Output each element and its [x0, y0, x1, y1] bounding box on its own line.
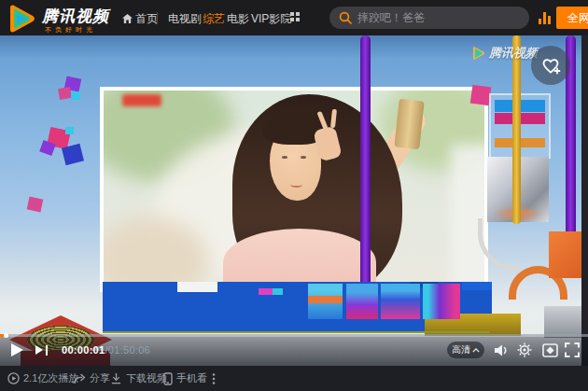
share-button[interactable]: 分享 [73, 366, 110, 391]
decor-cube [423, 284, 460, 319]
quality-label: 高清 [452, 343, 470, 356]
decor-red-streak [122, 94, 161, 106]
mouth [290, 182, 302, 188]
decor-cube [308, 284, 343, 319]
trending-icon[interactable] [539, 12, 553, 24]
eye [301, 156, 306, 159]
decor-grass-line [103, 331, 490, 333]
eye [282, 156, 287, 159]
page-right-gutter [581, 35, 588, 366]
settings-button[interactable] [516, 342, 533, 358]
mobile-icon [163, 372, 173, 385]
ad-video-frame [100, 87, 488, 292]
next-icon-bar [46, 345, 49, 356]
decor-pixel [273, 288, 283, 295]
fullscreen-icon [565, 342, 580, 357]
nav-item-variety[interactable]: 综艺 [203, 11, 225, 27]
bottom-action-bar: 2.1亿次播放 分享 下载视频 手机看 [0, 366, 588, 391]
nav-item-tv[interactable]: 电视剧 [168, 11, 202, 27]
decor-cube [58, 87, 72, 100]
decor-notch [177, 282, 217, 292]
top-navbar: 腾讯视频 不负好时光 首页 电视剧 综艺 电影 VIP影院 全网搜 [0, 0, 588, 35]
play-count-icon [7, 372, 20, 384]
quality-selector[interactable]: 高清 [447, 342, 484, 358]
tencent-video-page: 腾讯视频 不负好时光 首页 电视剧 综艺 电影 VIP影院 全网搜 [0, 0, 588, 391]
nav-separator [157, 12, 158, 23]
selfie-phone [394, 99, 424, 150]
logo-tagline: 不负好时光 [45, 25, 96, 35]
current-time: 00:00:01 [62, 344, 105, 356]
more-apps-grid-icon[interactable] [290, 12, 301, 22]
decor-cube [65, 127, 74, 134]
search-box [329, 7, 529, 29]
share-icon [73, 372, 86, 384]
nav-home[interactable]: 首页 [122, 11, 158, 27]
settings-gear-icon [517, 342, 532, 357]
next-episode-button[interactable] [35, 345, 48, 356]
web-fullscreen-button[interactable] [541, 342, 558, 358]
play-button[interactable] [11, 343, 23, 356]
progress-bar[interactable] [0, 334, 588, 337]
decor-cube [381, 284, 420, 319]
home-icon [122, 14, 133, 23]
search-input[interactable] [357, 7, 524, 29]
decor-cube [27, 197, 44, 213]
search-button[interactable]: 全网搜 [556, 7, 588, 29]
more-options-icon [212, 372, 216, 385]
volume-button[interactable] [492, 342, 509, 358]
decor-stripe [308, 296, 343, 303]
nav-item-movie[interactable]: 电影 [227, 11, 249, 27]
decor-cube [71, 91, 80, 100]
nav-item-vip[interactable]: VIP影院 [251, 11, 291, 27]
favorite-heart-icon [539, 55, 562, 76]
decor-pole [512, 35, 521, 224]
search-icon [339, 11, 352, 24]
download-icon [110, 372, 122, 384]
download-button[interactable]: 下载视频 [110, 366, 167, 391]
play-count: 2.1亿次播放 [7, 366, 78, 391]
decor-cube [470, 85, 492, 106]
video-player[interactable]: 腾讯视频 00:00:01/01:50:06 高 [0, 35, 588, 366]
quality-caret-icon [472, 348, 480, 353]
decor-pixel [259, 288, 273, 295]
video-watermark: 腾讯视频 [471, 45, 538, 62]
player-control-bar: 00:00:01/01:50:06 高清 [0, 334, 588, 366]
watermark-logo-icon [471, 47, 485, 60]
more-options-button[interactable] [212, 366, 216, 391]
watch-on-mobile-button[interactable]: 手机看 [163, 366, 207, 391]
web-fullscreen-icon [542, 343, 558, 357]
progress-thumb[interactable] [4, 333, 8, 338]
logo-title: 腾讯视频 [42, 6, 109, 27]
time-display: 00:00:01/01:50:06 [62, 344, 150, 356]
fullscreen-button[interactable] [564, 342, 581, 358]
duration: 01:50:06 [108, 344, 150, 356]
tencent-video-logo[interactable]: 腾讯视频 不负好时光 [7, 4, 119, 34]
decor-pipe [360, 35, 371, 299]
volume-icon [493, 343, 509, 357]
decor-cube [346, 284, 378, 319]
tencent-video-logo-icon [7, 5, 36, 33]
favorite-button[interactable] [531, 46, 570, 85]
decor-pixel [462, 282, 492, 290]
watermark-text: 腾讯视频 [489, 45, 538, 62]
next-icon [35, 345, 43, 355]
